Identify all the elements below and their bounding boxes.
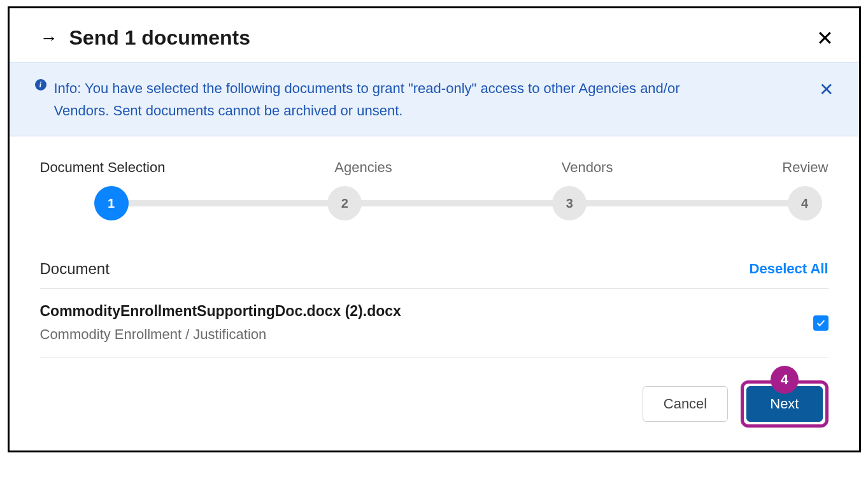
modal-footer: Cancel 4 Next	[10, 357, 859, 450]
cancel-button[interactable]: Cancel	[643, 386, 728, 422]
document-category: Commodity Enrollment / Justification	[40, 326, 401, 343]
step-label-agencies: Agencies	[334, 159, 392, 176]
next-button-highlight: 4 Next	[741, 380, 828, 428]
step-circle-1[interactable]: 1	[94, 186, 129, 220]
document-column-header: Document	[40, 260, 110, 278]
document-checkbox[interactable]	[813, 315, 829, 331]
step-label-vendors: Vendors	[562, 159, 613, 176]
document-name: CommodityEnrollmentSupportingDoc.docx (2…	[40, 303, 401, 320]
close-button[interactable]: ✕	[816, 28, 834, 48]
document-list-header: Document Deselect All	[40, 260, 829, 289]
close-icon: ✕	[816, 27, 834, 50]
step-label-review: Review	[782, 159, 828, 176]
document-list-section: Document Deselect All CommodityEnrollmen…	[10, 234, 859, 357]
info-dismiss-button[interactable]: ✕	[819, 77, 834, 99]
step-label-document-selection: Document Selection	[40, 159, 166, 176]
stepper-labels: Document Selection Agencies Vendors Revi…	[40, 159, 829, 176]
stepper-line	[104, 200, 809, 206]
document-info: CommodityEnrollmentSupportingDoc.docx (2…	[40, 303, 401, 343]
info-content: i Info: You have selected the following …	[35, 77, 806, 122]
stepper: Document Selection Agencies Vendors Revi…	[10, 136, 859, 234]
send-documents-modal: → Send 1 documents ✕ i Info: You have se…	[8, 6, 861, 452]
step-circle-4[interactable]: 4	[788, 186, 822, 220]
info-text: Info: You have selected the following do…	[54, 77, 691, 122]
modal-header-left: → Send 1 documents	[40, 26, 251, 50]
modal-title: Send 1 documents	[69, 26, 251, 50]
close-icon: ✕	[819, 80, 834, 99]
deselect-all-button[interactable]: Deselect All	[750, 261, 829, 277]
check-icon	[816, 318, 826, 328]
info-banner: i Info: You have selected the following …	[10, 62, 859, 136]
step-circle-3[interactable]: 3	[552, 186, 587, 220]
stepper-track: 1 2 3 4	[40, 186, 829, 222]
step-circle-2[interactable]: 2	[327, 186, 362, 220]
info-icon: i	[35, 79, 46, 90]
arrow-right-icon: →	[40, 28, 58, 48]
callout-badge: 4	[771, 366, 799, 394]
document-row: CommodityEnrollmentSupportingDoc.docx (2…	[40, 289, 829, 357]
modal-header: → Send 1 documents ✕	[10, 8, 859, 62]
